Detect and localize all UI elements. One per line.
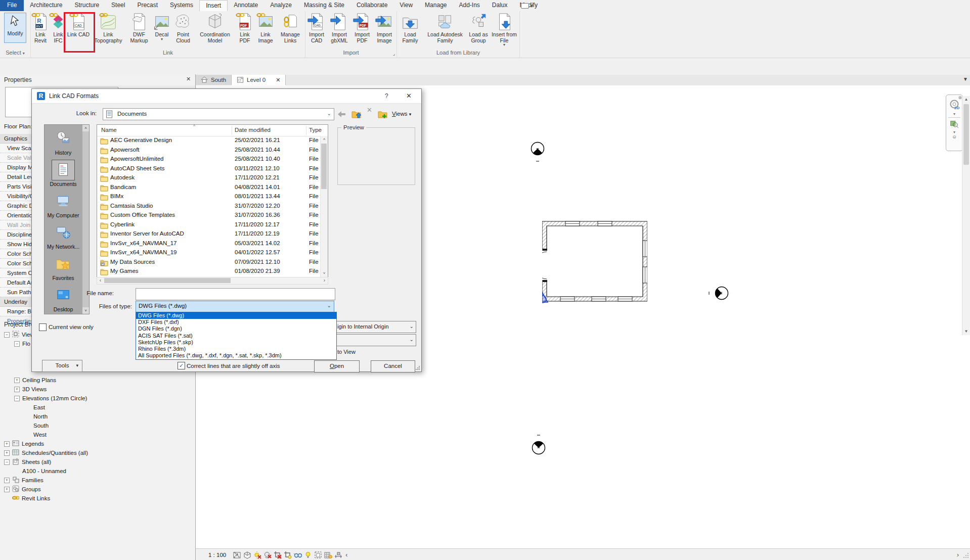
browser-item-families[interactable]: +Families (4, 476, 43, 485)
file-row-apowersoftunlimited[interactable]: ApowersoftUnlimited25/08/2021 10.40File … (97, 155, 320, 164)
expand-icon[interactable]: + (14, 387, 20, 392)
scrollbar-thumb[interactable] (321, 144, 327, 189)
open-button[interactable]: Open (314, 360, 360, 372)
link-image-button[interactable]: Link Image (254, 11, 277, 50)
select-group-label[interactable]: Select ▾ (0, 50, 30, 57)
link-revit-button[interactable]: RVTRLink Revit (31, 11, 50, 50)
import-image-button[interactable]: Import Image (373, 11, 395, 50)
decal-button[interactable]: Decal▾ (152, 11, 171, 50)
group-label-load-from-library[interactable]: Load from Library (397, 50, 519, 57)
import-pdf-button[interactable]: PDFImport PDF (351, 11, 373, 50)
file-list-horizontal-scrollbar[interactable]: ‹ › (97, 277, 328, 285)
file-list-vertical-scrollbar[interactable]: ˄ ˅ (320, 136, 328, 277)
ribbon-tab-structure[interactable]: Structure (68, 0, 105, 11)
file-row-custom-office-templates[interactable]: Custom Office Templates31/07/2020 16.36F… (97, 211, 320, 220)
shadows-off-button[interactable] (263, 551, 272, 559)
vertical-scrollbar[interactable]: ▲ ▼ (962, 96, 970, 335)
browser-item-east[interactable]: East (25, 403, 45, 412)
file-name-input[interactable] (136, 288, 335, 300)
positioning-dropdown[interactable]: igin to Internal Origin ⌄ (334, 321, 416, 333)
tools-dropdown-button[interactable]: Tools ▾ (42, 360, 82, 372)
ribbon-tab-systems[interactable]: Systems (164, 0, 199, 11)
ribbon-tab-architecture[interactable]: Architecture (24, 0, 68, 11)
scroll-left-icon[interactable]: ‹ (345, 551, 347, 558)
elevation-marker-south[interactable] (530, 434, 547, 456)
back-button[interactable] (337, 109, 346, 118)
reveal-hidden-elements-button[interactable] (304, 551, 312, 559)
chevron-down-icon[interactable]: ▾ (946, 130, 962, 134)
collapse-icon[interactable]: − (14, 341, 20, 347)
scroll-right-icon[interactable]: › (957, 551, 959, 558)
browser-item-south[interactable]: South (25, 422, 49, 431)
show-crop-region-button[interactable] (284, 551, 292, 559)
close-icon[interactable]: ✕ (406, 92, 412, 100)
browser-item-ceiling-plans[interactable]: +Ceiling Plans (14, 376, 56, 385)
file-row-autocad-sheet-sets[interactable]: AutoCAD Sheet Sets03/11/2021 12.10File f… (97, 164, 320, 174)
temporary-view-properties-button[interactable] (314, 551, 322, 559)
browser-item-3d-views[interactable]: +3D Views (14, 385, 47, 394)
up-one-level-button[interactable] (351, 109, 361, 118)
file-row-autodesk[interactable]: Autodesk17/11/2020 12.21File fo (97, 173, 320, 183)
expand-icon[interactable]: + (4, 450, 10, 456)
type-option-3[interactable]: ACIS SAT Files (*.sat) (136, 333, 336, 339)
scroll-down-icon[interactable]: ▼ (962, 328, 970, 335)
reveal-constraints-button[interactable] (334, 551, 342, 559)
zoom-region-icon[interactable] (949, 119, 959, 129)
file-row-my-games[interactable]: My Games01/08/2020 21.39File fo (97, 267, 320, 276)
scroll-up-icon[interactable]: ▲ (962, 96, 970, 103)
resize-grip[interactable] (962, 553, 968, 559)
expand-icon[interactable]: + (4, 487, 10, 492)
load-family-button[interactable]: Load Family (397, 11, 423, 50)
import-gbxml-button[interactable]: Import gbXML (328, 11, 351, 50)
collapse-icon[interactable]: − (4, 459, 10, 465)
minimize-icon[interactable]: ⊖ (946, 134, 962, 139)
file-row-bandicam[interactable]: Bandicam04/08/2021 14.01File fo (97, 183, 320, 193)
scrollbar-thumb[interactable] (104, 278, 231, 283)
column-divider[interactable] (306, 126, 306, 135)
close-icon[interactable]: ✕ (276, 77, 280, 83)
elevation-marker-north[interactable] (529, 141, 546, 163)
file-row-my-data-sources[interactable]: My Data Sources07/09/2021 12.10File fo (97, 258, 320, 267)
scroll-up-icon[interactable]: ˄ (82, 125, 89, 131)
coordination-model-button[interactable]: Coordination Model (195, 11, 235, 50)
point-cloud-button[interactable]: Point Cloud (171, 11, 195, 50)
help-icon[interactable]: ? (385, 92, 388, 100)
worksharing-display-button[interactable] (324, 551, 332, 559)
ribbon-tab-dalux[interactable]: Dalux (486, 0, 514, 11)
file-row-cyberlink[interactable]: Cyberlink17/11/2020 12.17File fo (97, 220, 320, 230)
link-topography-button[interactable]: Link Topography (91, 11, 126, 50)
file-row-invsvr-x64-navman-17[interactable]: InvSvr_x64_NAVMAN_1705/03/2021 14.02File… (97, 239, 320, 249)
views-dropdown-button[interactable]: Views ▾ (392, 111, 411, 117)
ribbon-tab-precast[interactable]: Precast (131, 0, 164, 11)
place-documents[interactable]: Documents (45, 160, 82, 187)
browser-item-sheets-all[interactable]: −Sheets (all) (4, 458, 51, 467)
column-header-name[interactable]: Name (101, 127, 117, 133)
ribbon-tab-manage[interactable]: Manage (419, 0, 453, 11)
cancel-button[interactable]: Cancel (371, 360, 415, 372)
sun-path-off-button[interactable] (253, 551, 261, 559)
browser-item-north[interactable]: North (25, 412, 48, 422)
dialog-launcher-icon[interactable]: ⌟ (393, 51, 395, 56)
elevation-marker-east[interactable] (708, 285, 730, 302)
expand-icon[interactable]: + (4, 441, 10, 447)
scroll-right-icon[interactable]: › (321, 277, 328, 284)
scrollbar-thumb[interactable] (963, 104, 969, 165)
tab-overflow-icon[interactable]: ▼ (963, 76, 968, 82)
browser-item-schedules-quantities-all[interactable]: +Schedules/Quantities (all) (4, 449, 88, 458)
column-divider[interactable] (232, 126, 232, 135)
scroll-left-icon[interactable]: ‹ (97, 277, 104, 284)
current-view-only-checkbox[interactable] (39, 323, 47, 331)
browser-item-groups[interactable]: +Groups (4, 485, 41, 494)
ribbon-tab-steel[interactable]: Steel (105, 0, 131, 11)
file-row-inventor-server-for-autocad[interactable]: Inventor Server for AutoCAD17/11/2020 12… (97, 229, 320, 239)
dwf-markup-button[interactable]: DWF Markup (126, 11, 152, 50)
new-folder-button[interactable] (378, 109, 387, 118)
column-header-date-modified[interactable]: Date modified (235, 127, 271, 133)
ribbon-tab-file[interactable]: File (0, 0, 24, 11)
group-label-link[interactable]: Link (31, 50, 305, 57)
type-option-0[interactable]: DWG Files (*.dwg) (136, 312, 336, 319)
visual-style-button[interactable] (243, 551, 251, 559)
navigation-bar[interactable]: ⊗ 2D ▾ ▾ ⊖ (946, 95, 963, 151)
view-scale-control[interactable]: 1 : 100 (208, 552, 226, 558)
type-option-1[interactable]: DXF Files (*.dxf) (136, 319, 336, 325)
